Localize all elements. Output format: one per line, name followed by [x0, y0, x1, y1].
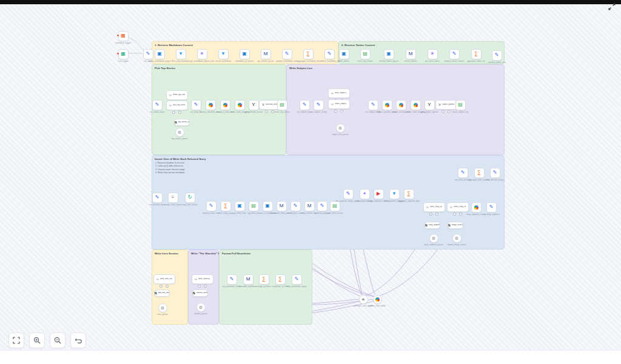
node-write-shortlist-section[interactable]: ∞write_shortlist_section: [192, 274, 213, 284]
node-fetch-story-page[interactable]: ∑fetch_story_page: [221, 201, 231, 211]
node-fetch-tweets[interactable]: ▣fetch_tweets: [339, 49, 349, 59]
node-refine-top-stories[interactable]: ∞refine_top_stories: [166, 90, 188, 100]
node-pick-top-stories[interactable]: ∞pick_top_stories: [166, 101, 188, 110]
node-story-segment-review[interactable]: story_segment_review: [471, 202, 482, 213]
sub-node-port[interactable]: [429, 213, 432, 216]
node-set-segment-image-params[interactable]: ✎set_segment_image_params: [343, 189, 354, 199]
node-get-stories-url-list[interactable]: Mget_stories_url_list: [261, 49, 271, 59]
node-cron-trigger[interactable]: ▦cron_trigger: [118, 49, 129, 59]
node-subject-planned-header[interactable]: Ysubject_planned_header: [435, 100, 457, 110]
sub-node-port[interactable]: [435, 213, 438, 216]
node-story-to-markdown[interactable]: ▣story_to_markdown: [263, 201, 273, 211]
node-story-segment-tool[interactable]: Nstory_segment_tool: [425, 222, 440, 229]
sub-node-port[interactable]: [198, 285, 201, 288]
node-edit-segment-style[interactable]: ✦edit_segment_style: [360, 189, 370, 199]
node-log-story-row[interactable]: ▤log_story_row: [249, 201, 259, 211]
node-final-sections-output[interactable]: ✎final_sections_output: [490, 168, 500, 178]
node-get-story-html[interactable]: ▣get_story_html: [235, 201, 245, 211]
node-markdown-story-content[interactable]: Mmarkdown_story_content: [277, 201, 287, 211]
node-set-subject-fields[interactable]: ✎set_subject_fields: [368, 100, 378, 110]
node-subject-line-parser[interactable]: ⚙subject_line_parser: [336, 124, 345, 133]
node-set-story-list[interactable]: ✎set_story_list: [191, 100, 201, 110]
node-combine-markdown-text[interactable]: ✎combine_markdown_text: [324, 49, 335, 59]
node-extract-tweets[interactable]: Mextract_tweets: [406, 49, 416, 59]
node-prepare-story-item[interactable]: ✎prepare_story_item: [206, 201, 217, 211]
node-merge-sections[interactable]: ∑merge_sections: [259, 274, 269, 285]
node-image-segment-rejected[interactable]: ▶image_segment_rejected: [374, 189, 384, 199]
node-check-subject-line[interactable]: ▤check_subject_line: [455, 100, 466, 110]
node-image-search-tool[interactable]: Nimage_search_tool: [448, 222, 463, 229]
node-stories-extra-mapping[interactable]: stories_extra_mapping: [235, 100, 245, 110]
node-clean-story-content[interactable]: ✎clean_story_content: [290, 201, 301, 211]
node-set-story-payload[interactable]: ✎set_story_payload: [317, 201, 327, 211]
sub-node-port[interactable]: [441, 110, 445, 113]
node-story-segment-parser[interactable]: ⚙story_segment_parser: [429, 234, 438, 243]
node-write-subject-line[interactable]: ∞write_subject_line: [328, 88, 350, 98]
sub-node-port[interactable]: [166, 285, 169, 288]
sub-node-port[interactable]: [178, 111, 181, 114]
node-set-story-segment[interactable]: ✎set_story_segment: [486, 202, 497, 213]
node-set-iteration-input[interactable]: ✎set_iteration_input: [152, 193, 163, 203]
node-get-markdown-objects-md[interactable]: ✳get_markdown_objects_md: [197, 49, 207, 59]
sub-node-port[interactable]: [159, 285, 163, 288]
sub-node-port[interactable]: [453, 213, 456, 216]
node-get-tweet-topics[interactable]: ✳get_tweet_topics: [428, 49, 438, 59]
node-aggregate-segment-data[interactable]: ∑aggregate_segment_data: [404, 189, 414, 199]
node-check-top-stories[interactable]: ▤check_top_stories: [277, 100, 287, 110]
reset-zoom-button[interactable]: [70, 333, 86, 348]
workflow-canvas[interactable]: 1. Retrieve Markdown Content2. Retrieve …: [0, 4, 621, 351]
node-top-stories-prompt[interactable]: Ntop_stories_prompt: [174, 119, 190, 126]
node-final-newsletter-output[interactable]: ✎final_newsletter_output: [292, 274, 302, 285]
node-add-few-shots[interactable]: Nadd_few_shots: [154, 290, 170, 297]
node-aggregate-final-sections[interactable]: ∑aggregate_final_sections: [474, 168, 485, 178]
sub-node-port[interactable]: [172, 111, 175, 114]
node-subject-scoring-final[interactable]: subject_scoring_final: [396, 100, 406, 110]
sub-node-port[interactable]: [459, 213, 462, 216]
node-subject-extra-mapping[interactable]: subject_extra_mapping: [411, 100, 421, 110]
zoom-out-button[interactable]: [50, 333, 65, 348]
sub-node-port[interactable]: [334, 110, 337, 113]
node-shortlist-tweet-objects[interactable]: ▣shortlist_tweet_objects: [384, 49, 394, 59]
node-write-intro-section[interactable]: ∞write_intro_section: [153, 274, 175, 284]
node-sort-final-sections[interactable]: ✎sort_final_sections: [458, 168, 468, 178]
sub-node-port[interactable]: [265, 110, 268, 113]
node-top-stories-parser[interactable]: ⚙top_stories_parser: [175, 128, 184, 137]
node-set-subject-input[interactable]: ✎set_subject_input: [300, 100, 310, 110]
node-check-api-results[interactable]: ▤check_api_results: [360, 49, 371, 59]
zoom-in-button[interactable]: [29, 333, 45, 348]
node-set-stories-input[interactable]: ✎set_stories_input: [152, 100, 163, 110]
sub-node-port[interactable]: [340, 110, 343, 113]
node-markdown-to-stories[interactable]: ▣markdown_to_stories: [240, 49, 250, 59]
node-shortlist-examples[interactable]: Nshortlist_examples: [192, 290, 208, 297]
node-prepare-markdown-item[interactable]: ✎prepare_markdown_item: [282, 49, 292, 59]
sub-node-port[interactable]: [204, 285, 207, 288]
node-gemini-chat-model[interactable]: gemini_chat_model: [373, 295, 382, 304]
node-choose-selected-stories[interactable]: choose_selected_stories: [206, 100, 216, 110]
node-aggregate-tweet-list[interactable]: ∑aggregate_tweet_list: [471, 49, 482, 59]
node-save-story-record[interactable]: ▤save_story_record: [330, 201, 340, 211]
node-extract-markdown-pages[interactable]: ▣extract_markdown_pages: [155, 49, 165, 59]
node-story-content-html[interactable]: Mstory_content_html: [304, 201, 315, 211]
expand-diagonal-icon[interactable]: [608, 2, 616, 11]
node-extract-markdown[interactable]: ▼extract_markdown: [218, 49, 229, 59]
node-assemble-markdown[interactable]: Massemble_markdown: [243, 274, 253, 285]
node-newsletter-to-html[interactable]: ∑newsletter_to_html: [275, 274, 286, 285]
node-newsletter-trigger[interactable]: ▦newsletter_trigger: [118, 31, 129, 41]
node-stories-to-links-final[interactable]: stories_to_links_final: [220, 100, 230, 110]
node-prepare-tweet-content[interactable]: ✎prepare_tweet_content: [449, 49, 460, 59]
node-write-story-segment[interactable]: ∞write_story_segment: [423, 202, 445, 212]
fit-view-button[interactable]: [8, 333, 24, 348]
node-set-input[interactable]: ✎set_input: [143, 49, 153, 59]
node-merge-story-inputs[interactable]: ≡merge_story_inputs: [168, 193, 178, 203]
node-aggregate-markdown-list[interactable]: ∑aggregate_markdown_list: [303, 49, 314, 59]
node-combine-twitter-text[interactable]: ✎combine_twitter_text: [492, 50, 502, 61]
node-anthropic-chat-model[interactable]: ✳anthropic_chat_model: [359, 295, 368, 304]
node-split-selected-stories[interactable]: Ysplit_selected_stories: [249, 100, 259, 110]
node-refined-image-parser[interactable]: ⚙refined_image_parser: [452, 234, 462, 243]
node-refine-subject-line[interactable]: ∞refine_subject_line: [328, 99, 350, 109]
node-set-subject-config[interactable]: ✎set_subject_config: [314, 100, 324, 110]
node-shortlist-parser[interactable]: ⚙shortlist_parser: [196, 303, 206, 312]
node-filter-segment-images[interactable]: ▼filter_segment_images: [389, 189, 400, 199]
node-subject-options-review[interactable]: subject_options_review: [382, 100, 392, 110]
node-intro-parser[interactable]: ⚙intro_parser: [158, 303, 167, 313]
